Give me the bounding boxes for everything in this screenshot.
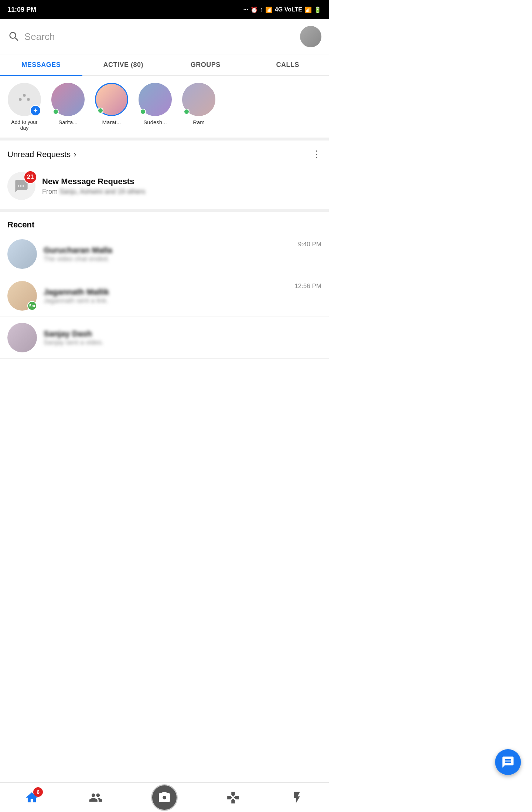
tab-messages[interactable]: MESSAGES [0,54,82,75]
stories-row: + Add to your day Sarita... Marat... Sud… [0,76,329,141]
tab-active[interactable]: ACTIVE (80) [82,54,165,75]
network-label: 4G VoLTE [275,6,302,13]
mutual-badge: 5m [27,301,37,311]
search-placeholder[interactable]: Search [24,31,300,43]
story-item-2[interactable]: Marat... [93,83,130,125]
online-dot-1 [53,109,59,115]
story-item-1[interactable]: Sarita... [50,83,86,125]
more-options-icon[interactable]: ⋮ [312,149,321,160]
recent-time-2: 12:56 PM [294,282,321,290]
recent-header: Recent [0,212,329,233]
add-story-label: Add to your day [11,119,38,131]
add-plus-icon: + [30,105,41,116]
add-story-item[interactable]: + Add to your day [6,83,43,131]
search-bar: Search [0,19,329,54]
message-request-icon: 21 [7,172,35,200]
status-time: 11:09 PM [7,6,36,14]
story-avatar-1 [51,83,85,116]
story-item-3[interactable]: Sudesh... [137,83,174,125]
recent-content-2: Jagannath Mallik Jagannath sent a link. [44,287,288,305]
story-name-3: Sudesh... [143,119,167,125]
message-request-title: New Message Requests [42,177,321,186]
unread-requests-header: Unread Requests › ⋮ [0,141,329,167]
story-name-4: Ram [193,119,205,125]
story-avatar-2 [95,83,128,116]
chevron-right-icon: › [74,150,76,159]
unread-title[interactable]: Unread Requests › [7,150,76,159]
recent-item-2[interactable]: 5m Jagannath Mallik Jagannath sent a lin… [0,275,329,317]
avatar[interactable] [300,26,321,47]
tab-groups[interactable]: GROUPS [164,54,247,75]
recent-avatar-3 [7,323,37,352]
recent-preview-1: The video chat ended. [44,255,291,263]
tab-calls[interactable]: CALLS [247,54,329,75]
online-dot-2 [98,108,103,114]
message-request-content: New Message Requests From Sanju, Ashwini… [42,177,321,196]
recent-name-3: Sanjay Dash [44,329,315,339]
recent-preview-3: Sanjay sent a video. [44,339,315,346]
message-request-item[interactable]: 21 New Message Requests From Sanju, Ashw… [0,167,329,212]
recent-content-1: Gurucharan Malla The video chat ended. [44,246,291,263]
story-avatar-4 [182,83,215,116]
online-dot-3 [140,109,146,115]
story-avatar-3 [139,83,172,116]
recent-name-2: Jagannath Mallik [44,287,288,297]
status-indicators: ··· ⏰ ↕ 📶 4G VoLTE 📶 🔋 [243,6,321,13]
search-icon[interactable] [7,30,19,43]
online-dot-4 [184,109,190,115]
recent-name-1: Gurucharan Malla [44,246,291,255]
recent-item-1[interactable]: Gurucharan Malla The video chat ended. 9… [0,233,329,275]
recent-content-3: Sanjay Dash Sanjay sent a video. [44,329,315,346]
add-story-avatar[interactable]: + [8,83,41,116]
status-bar: 11:09 PM ··· ⏰ ↕ 📶 4G VoLTE 📶 🔋 [0,0,329,19]
tabs: MESSAGES ACTIVE (80) GROUPS CALLS [0,54,329,76]
recent-avatar-2: 5m [7,281,37,311]
message-request-subtitle: From Sanju, Ashwini and 19 others [42,188,321,196]
recent-preview-2: Jagannath sent a link. [44,297,288,305]
story-name-2: Marat... [102,119,121,125]
story-item-4[interactable]: Ram [180,83,217,125]
request-senders: Sanju, Ashwini and 19 others [59,188,145,195]
request-badge: 21 [24,170,37,184]
story-name-1: Sarita... [58,119,78,125]
recent-item-3[interactable]: Sanjay Dash Sanjay sent a video. [0,317,329,359]
recent-avatar-1 [7,239,37,269]
recent-time-1: 9:40 PM [298,241,321,248]
